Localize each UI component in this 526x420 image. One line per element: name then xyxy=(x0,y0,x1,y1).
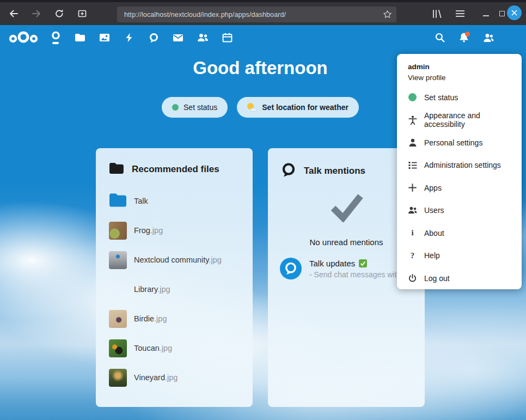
status-dot-icon xyxy=(408,93,417,102)
quick-actions: Set status Set location for weather xyxy=(96,97,425,118)
file-thumbnail xyxy=(109,339,127,357)
nextcloud-logo[interactable] xyxy=(8,30,39,47)
card-title: Recommended files xyxy=(132,164,219,175)
users-icon xyxy=(408,206,417,215)
menu-item-log-out[interactable]: Log out xyxy=(397,267,522,290)
minimize-button[interactable] xyxy=(481,2,490,25)
close-button[interactable] xyxy=(507,5,522,20)
app-icon-dashboard[interactable] xyxy=(50,28,61,47)
green-check-icon xyxy=(359,259,367,267)
notification-badge-dot xyxy=(465,32,470,36)
talk-icon xyxy=(281,162,296,180)
app-navigation xyxy=(50,25,233,50)
file-row-frog[interactable]: Frog.jpg xyxy=(109,216,242,245)
back-button[interactable] xyxy=(9,9,19,19)
file-row-vineyard[interactable]: Vineyard.jpg xyxy=(109,363,242,392)
talk-item-subtitle: - Send chat messages witho xyxy=(309,270,405,279)
view-profile-link[interactable]: View profile xyxy=(408,74,511,82)
menu-item-about[interactable]: i About xyxy=(397,222,522,245)
app-icon-activity[interactable] xyxy=(124,28,134,47)
user-icon xyxy=(408,138,417,147)
menu-item-appearance-accessibility[interactable]: Appearance and accessibility xyxy=(397,109,522,132)
menu-item-apps[interactable]: Apps xyxy=(397,176,522,199)
app-icon-contacts[interactable] xyxy=(197,28,208,47)
greeting-heading: Good afternoon xyxy=(96,58,425,78)
sun-cloud-icon xyxy=(247,103,257,112)
file-thumbnail xyxy=(109,222,127,240)
library-icon[interactable] xyxy=(431,2,443,25)
reload-button[interactable] xyxy=(54,9,64,19)
file-row-talk[interactable]: Talk xyxy=(109,186,242,216)
file-row-birdie[interactable]: Birdie.jpg xyxy=(109,304,242,333)
set-status-button[interactable]: Set status xyxy=(162,97,228,118)
file-thumbnail xyxy=(109,251,127,269)
url-text[interactable]: http://localhost/nextcloud/index.php/app… xyxy=(124,11,383,19)
menu-item-set-status[interactable]: Set status xyxy=(397,86,522,109)
question-icon: ? xyxy=(408,251,417,260)
browser-chrome: http://localhost/nextcloud/index.php/app… xyxy=(0,0,526,25)
active-app-indicator xyxy=(52,42,59,44)
file-thumbnail xyxy=(109,281,127,299)
file-row-toucan[interactable]: Toucan.jpg xyxy=(109,333,242,363)
menu-username: admin xyxy=(408,63,511,71)
url-bar[interactable]: http://localhost/nextcloud/index.php/app… xyxy=(117,7,396,22)
menu-item-help[interactable]: ? Help xyxy=(397,245,522,267)
big-checkmark-icon xyxy=(327,192,366,222)
contacts-menu-icon[interactable] xyxy=(481,25,494,50)
plus-icon xyxy=(408,183,417,192)
app-icon-calendar[interactable] xyxy=(222,28,233,47)
recommended-files-card: Recommended files Talk Frog.jpg Nextclou… xyxy=(96,148,253,407)
file-thumbnail xyxy=(109,310,127,328)
file-row-library[interactable]: Library.jpg xyxy=(109,275,242,304)
talk-app-icon xyxy=(280,258,302,279)
blue-folder-icon xyxy=(109,193,127,210)
settings-list-icon xyxy=(408,161,417,170)
menu-item-administration-settings[interactable]: Administration settings xyxy=(397,154,522,177)
open-in-window-icon[interactable] xyxy=(77,9,87,19)
status-dot-icon xyxy=(172,104,179,111)
search-icon[interactable] xyxy=(433,25,447,50)
card-title: Talk mentions xyxy=(304,166,365,176)
forward-button[interactable] xyxy=(32,9,41,19)
accessibility-icon xyxy=(408,115,417,125)
menu-profile-block[interactable]: admin View profile xyxy=(397,60,522,86)
hamburger-menu-icon[interactable] xyxy=(454,2,466,25)
info-icon: i xyxy=(408,228,417,238)
set-weather-location-button[interactable]: Set location for weather xyxy=(237,97,359,118)
menu-item-personal-settings[interactable]: Personal settings xyxy=(397,131,522,154)
maximize-button[interactable] xyxy=(498,2,506,25)
app-icon-mail[interactable] xyxy=(173,28,184,47)
user-menu: admin View profile Set status Appearance… xyxy=(397,54,522,289)
app-icon-files[interactable] xyxy=(75,28,85,47)
file-row-nextcloud-community[interactable]: Nextcloud community.jpg xyxy=(109,245,242,275)
folder-icon xyxy=(109,162,124,176)
file-thumbnail xyxy=(109,369,127,387)
bookmark-star-icon[interactable] xyxy=(383,10,392,19)
nextcloud-header: A xyxy=(0,25,526,50)
app-icon-talk[interactable] xyxy=(148,28,159,47)
app-icon-photos[interactable] xyxy=(99,28,110,47)
notifications-bell-icon[interactable] xyxy=(457,25,470,50)
menu-item-users[interactable]: Users xyxy=(397,199,522,222)
power-icon xyxy=(408,273,417,283)
